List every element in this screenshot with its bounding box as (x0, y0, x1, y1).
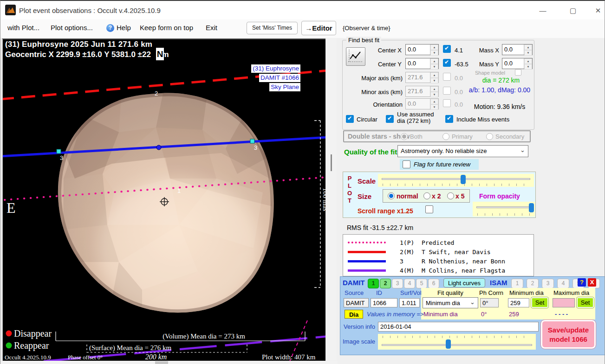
chord-legend-list[interactable]: 1(P) Predicted 2(M) T Swift, near Davis … (343, 234, 534, 276)
maximize-button[interactable]: ▢ (566, 5, 580, 17)
include-miss-checkbox[interactable] (445, 115, 453, 123)
damit-help-button[interactable]: ? (578, 278, 586, 287)
flag-review-checkbox[interactable] (403, 160, 410, 168)
app-icon (5, 5, 16, 15)
mas-scale-label: 100 mas (322, 188, 325, 211)
mas-scale-bracket (314, 121, 320, 287)
mass-x-spinner[interactable]: 0.0▲▼ (502, 44, 533, 55)
min-dia-box[interactable]: 259 (508, 298, 529, 307)
reappear-dot (6, 343, 12, 349)
title-bar: Plot event observations : Occult v.4.202… (0, 1, 605, 19)
help-icon: ? (106, 24, 114, 32)
circular-checkbox[interactable] (346, 115, 354, 123)
form-opacity-label: Form opacity (479, 192, 520, 200)
major-axis-offset: 0.0 (455, 75, 463, 82)
shape-model-checkbox[interactable] (515, 69, 521, 76)
fit-plot-icon-button[interactable] (346, 47, 365, 66)
menu-exit[interactable]: Exit (206, 24, 217, 32)
id-value-box[interactable]: 1066 (371, 298, 397, 307)
menu-bar: with Plot... Plot options... ? Help Keep… (0, 19, 605, 38)
minimize-button[interactable]: — (536, 5, 550, 17)
size-x2-label: x 2 (432, 192, 441, 200)
sky-plane-plot[interactable]: 2 3 3 1 E 100 mas Disappear Reappear (2, 38, 325, 362)
use-assumed-checkbox[interactable] (386, 115, 394, 123)
editor-button[interactable]: →Editor (301, 21, 336, 35)
circular-label: Circular (357, 116, 377, 123)
center-y-spinner[interactable]: 0.0▲▼ (405, 58, 439, 69)
plot-vertical-label: PLOT (347, 175, 352, 204)
double-stars-primary-radio[interactable] (442, 133, 449, 140)
image-scale-thumb[interactable] (446, 339, 451, 349)
fit-quality-header: Fit quality (437, 289, 463, 296)
mass-y-label: Mass Y (475, 61, 499, 68)
damit-model-5-button[interactable]: 5 (416, 279, 427, 288)
double-stars-secondary-radio[interactable] (486, 133, 493, 140)
size-x5-radio[interactable] (447, 192, 454, 199)
ph-corrn-header: Ph Corrn (479, 289, 503, 296)
source-header: Source (345, 289, 364, 296)
minor-axis-checkbox[interactable] (443, 87, 451, 95)
horizontal-scrollbar-thumb[interactable] (155, 361, 168, 364)
isam-model-4-button[interactable]: 4 (557, 279, 569, 288)
center-x-spinner[interactable]: 0.0▲▼ (405, 44, 439, 55)
close-button[interactable]: ✕ (591, 5, 605, 17)
mass-y-spinner[interactable]: 0.0▲▼ (502, 58, 533, 69)
damit-model-2-button[interactable]: 2 (380, 279, 391, 288)
form-opacity-thumb[interactable] (529, 203, 534, 212)
orientation-checkbox[interactable] (443, 99, 451, 107)
legend-marker-predicted (348, 242, 386, 243)
chord3-label-left: 3 (60, 154, 63, 161)
center-y-checkbox[interactable] (443, 59, 451, 67)
fit-quality-combobox[interactable]: Minimum dia⌄ (423, 297, 478, 308)
damit-model-6-button[interactable]: 6 (428, 279, 439, 288)
isam-model-3-button[interactable]: 3 (542, 279, 554, 288)
isam-model-2-button[interactable]: 2 (527, 279, 539, 288)
size-x5-label: x 5 (455, 192, 464, 200)
damit-model-3-button[interactable]: 3 (392, 279, 403, 288)
menu-keep-on-top[interactable]: Keep form on top (140, 24, 193, 32)
scale-slider-thumb[interactable] (461, 175, 466, 184)
isam-model-1-button[interactable]: 1 (511, 279, 523, 288)
max-dia-set-button[interactable]: Set (577, 297, 594, 308)
chord3-end-marker[interactable] (250, 139, 254, 143)
image-scale-slider[interactable] (378, 334, 536, 350)
max-dia-box[interactable] (553, 298, 575, 307)
set-miss-times-button[interactable]: Set 'Miss' Times (247, 22, 298, 34)
menu-help[interactable]: Help (117, 24, 131, 32)
light-curves-button[interactable]: Light curves (443, 278, 485, 287)
scale-slider[interactable] (378, 174, 534, 187)
dia-button[interactable]: Dia (345, 310, 363, 319)
vertical-scrollbar-thumb[interactable] (331, 154, 332, 171)
image-scale-groove (382, 344, 532, 346)
double-stars-both-radio[interactable] (401, 133, 408, 140)
orientation-spinner[interactable]: 0.0▲▼ (405, 98, 439, 109)
major-axis-spinner[interactable]: 271.6▲▼ (405, 72, 439, 83)
values-in-memory-label: Values in memory => (367, 311, 423, 318)
quality-combobox[interactable]: Astrometry only. No reliable size⌄ (397, 145, 528, 157)
plot-horizontal-scrollbar[interactable] (0, 361, 338, 364)
ph-corrn-box[interactable]: 0° (480, 298, 499, 307)
minor-axis-spinner[interactable]: 271.6▲▼ (405, 86, 439, 97)
double-stars-primary-label: Primary (452, 133, 473, 140)
menu-with-plot[interactable]: with Plot... (7, 24, 39, 32)
size-x2-radio[interactable] (423, 192, 430, 199)
center-x-checkbox[interactable] (443, 45, 451, 53)
scroll-range-label: Scroll range x1.25 (358, 207, 413, 215)
save-update-model-button[interactable]: Save/updatemodel 1066 (541, 320, 596, 349)
damit-model-4-button[interactable]: 4 (404, 279, 415, 288)
chord3-start-marker[interactable] (57, 149, 61, 153)
use-assumed-label: Use assumeddia (272 km) (397, 111, 434, 124)
form-opacity-slider[interactable] (473, 202, 535, 217)
menu-plot-options[interactable]: Plot options... (51, 24, 93, 32)
size-normal-radio[interactable] (388, 192, 395, 199)
min-dia-set-button[interactable]: Set (531, 297, 548, 308)
chord1-label: 1 (177, 187, 181, 194)
east-label: E (7, 199, 16, 216)
legend-row-3: 3 R Nolthenius, near Bonn (348, 257, 370, 266)
plot-vertical-scrollbar[interactable] (326, 38, 337, 360)
damit-model-1-button[interactable]: 1 (368, 279, 379, 288)
version-info-box[interactable]: 2016-01-04 (378, 322, 539, 332)
major-axis-checkbox[interactable] (443, 73, 451, 81)
scroll-range-checkbox[interactable] (425, 205, 433, 213)
damit-close-button[interactable]: X (588, 278, 596, 287)
